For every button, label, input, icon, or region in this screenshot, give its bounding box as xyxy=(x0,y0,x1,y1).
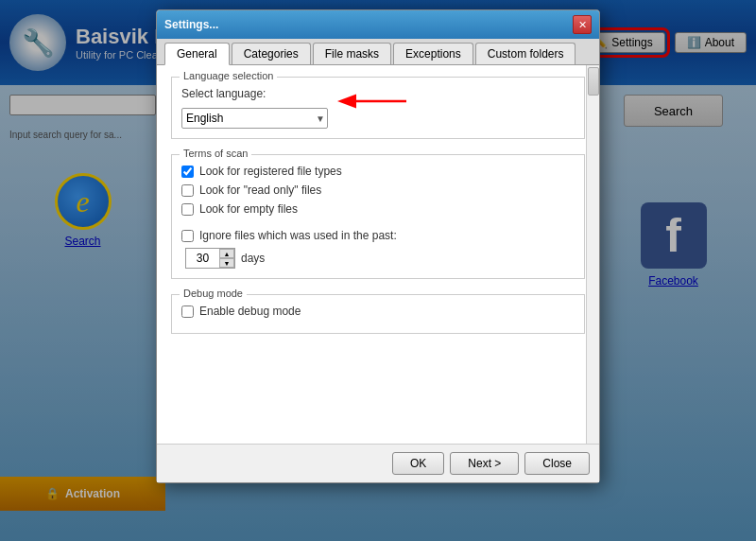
language-row: Select language: xyxy=(181,87,575,100)
tab-exceptions[interactable]: Exceptions xyxy=(393,43,473,64)
dialog-close-button[interactable]: ✕ xyxy=(573,15,592,34)
spin-up-button[interactable]: ▲ xyxy=(219,249,234,258)
language-select-row: English Russian German French Spanish ▼ xyxy=(181,108,575,129)
days-spinner: ▲ ▼ xyxy=(185,248,235,269)
checkbox-ignore-input[interactable] xyxy=(181,230,194,242)
checkbox-registered-input[interactable] xyxy=(181,166,194,178)
checkbox-empty-label: Look for empty files xyxy=(199,202,298,216)
tab-custom-folders[interactable]: Custom folders xyxy=(475,43,576,64)
close-button[interactable]: Close xyxy=(524,452,590,475)
debug-section: Debug mode Enable debug mode xyxy=(171,294,585,334)
days-label: days xyxy=(241,252,265,265)
checkbox-readonly-label: Look for "read only" files xyxy=(199,183,321,197)
dialog-scrollbar[interactable] xyxy=(586,65,599,444)
days-row: ▲ ▼ days xyxy=(185,248,575,269)
spin-down-button[interactable]: ▼ xyxy=(219,258,234,268)
language-section: Language selection Select language: xyxy=(171,77,585,139)
checkbox-empty-input[interactable] xyxy=(181,203,194,216)
modal-overlay: Settings... ✕ General Categories File ma… xyxy=(0,0,756,541)
checkbox-readonly: Look for "read only" files xyxy=(181,183,575,197)
debug-legend: Debug mode xyxy=(180,288,247,299)
days-input[interactable] xyxy=(186,249,219,268)
language-label: Select language: xyxy=(181,87,266,100)
next-button[interactable]: Next > xyxy=(450,452,519,475)
dialog-tabs: General Categories File masks Exceptions… xyxy=(157,39,599,65)
dialog-titlebar: Settings... ✕ xyxy=(157,10,599,39)
dialog-footer: OK Next > Close xyxy=(157,444,599,482)
scan-legend: Terms of scan xyxy=(180,148,251,159)
language-select[interactable]: English Russian German French Spanish xyxy=(181,108,328,129)
tab-general[interactable]: General xyxy=(164,43,230,65)
checkbox-debug: Enable debug mode xyxy=(181,305,575,318)
tab-categories[interactable]: Categories xyxy=(232,43,311,64)
checkbox-empty: Look for empty files xyxy=(181,202,575,216)
scrollbar-thumb[interactable] xyxy=(588,67,599,96)
close-icon: ✕ xyxy=(578,19,587,31)
ok-button[interactable]: OK xyxy=(392,452,444,475)
language-select-wrapper: English Russian German French Spanish ▼ xyxy=(181,108,328,129)
tab-file-masks[interactable]: File masks xyxy=(313,43,391,64)
checkbox-debug-input[interactable] xyxy=(181,305,194,318)
checkbox-readonly-input[interactable] xyxy=(181,184,194,197)
dialog-title: Settings... xyxy=(164,18,218,31)
checkbox-registered-label: Look for registered file types xyxy=(199,165,342,178)
language-legend: Language selection xyxy=(180,70,277,81)
checkbox-debug-label: Enable debug mode xyxy=(199,305,301,318)
dialog-body: Language selection Select language: xyxy=(157,65,599,444)
scan-section: Terms of scan Look for registered file t… xyxy=(171,154,585,279)
checkbox-ignore-row: Ignore files which was used in the past: xyxy=(181,229,575,242)
spinner-buttons: ▲ ▼ xyxy=(219,249,234,268)
checkbox-ignore-label: Ignore files which was used in the past: xyxy=(199,229,397,242)
checkbox-registered: Look for registered file types xyxy=(181,165,575,178)
settings-dialog: Settings... ✕ General Categories File ma… xyxy=(156,9,600,483)
